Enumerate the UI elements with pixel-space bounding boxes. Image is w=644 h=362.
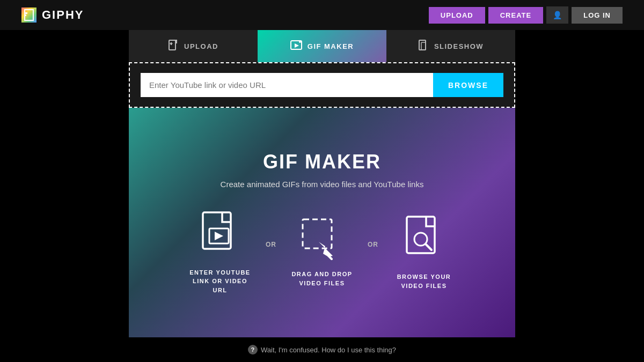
- logo-icon-inner: [24, 9, 34, 21]
- svg-rect-10: [303, 219, 332, 248]
- logo-icon: [21, 8, 36, 23]
- gif-maker-title: GIF MAKER: [263, 151, 381, 173]
- slideshow-tab-icon: [418, 39, 429, 54]
- browse-icon: [402, 215, 445, 263]
- help-bar: ? Wait, I'm confused. How do I use this …: [0, 337, 644, 362]
- gif-option-youtube: ENTER YOUTUBE LINK OR VIDEO URL: [185, 210, 255, 295]
- gif-options: ENTER YOUTUBE LINK OR VIDEO URL OR DRAG …: [185, 210, 459, 295]
- tab-slideshow[interactable]: SLIDESHOW: [386, 30, 515, 62]
- drag-drop-option-label: DRAG AND DROP VIDEO FILES: [287, 270, 357, 287]
- tab-upload[interactable]: UPLOAD: [129, 30, 258, 62]
- browse-option-label: BROWSE YOUR VIDEO FILES: [389, 272, 459, 290]
- or-text-2: OR: [368, 241, 378, 248]
- gif-maker-tab-icon: [290, 40, 302, 53]
- tabs: UPLOAD GIF MAKER SLIDESHOW: [129, 30, 515, 62]
- url-bar-wrapper: BROWSE: [129, 62, 515, 108]
- help-icon: ?: [248, 345, 258, 354]
- tab-gif-maker-label: GIF MAKER: [308, 42, 354, 50]
- url-input[interactable]: [141, 73, 433, 97]
- svg-line-15: [426, 244, 431, 250]
- youtube-link-icon: [199, 210, 241, 258]
- login-button[interactable]: LOG IN: [572, 7, 623, 24]
- main-content: UPLOAD GIF MAKER SLIDESHOW: [129, 30, 515, 337]
- gif-maker-subtitle: Create animated GIFs from video files an…: [221, 180, 424, 189]
- browse-button[interactable]: BROWSE: [433, 73, 503, 97]
- user-icon-button[interactable]: 👤: [546, 6, 568, 24]
- svg-rect-0: [169, 40, 175, 50]
- svg-marker-9: [215, 232, 223, 240]
- url-bar: BROWSE: [141, 73, 503, 97]
- drag-drop-icon: [301, 217, 343, 260]
- create-button[interactable]: CREATE: [488, 7, 543, 24]
- header-actions: UPLOAD CREATE 👤 LOG IN: [429, 6, 623, 24]
- svg-marker-3: [295, 43, 299, 48]
- svg-rect-6: [421, 42, 426, 50]
- help-link[interactable]: ? Wait, I'm confused. How do I use this …: [248, 345, 396, 354]
- gif-option-browse: BROWSE YOUR VIDEO FILES: [389, 215, 459, 290]
- logo-text: GIPHY: [42, 8, 84, 22]
- svg-line-12: [328, 256, 332, 259]
- svg-point-4: [299, 41, 301, 43]
- tab-upload-label: UPLOAD: [184, 42, 218, 50]
- tab-slideshow-label: SLIDESHOW: [434, 42, 484, 50]
- upload-tab-icon: [168, 39, 179, 54]
- gif-option-drag-drop: DRAG AND DROP VIDEO FILES: [287, 217, 357, 287]
- tab-gif-maker[interactable]: GIF MAKER: [258, 30, 386, 62]
- svg-marker-11: [319, 242, 333, 257]
- header: GIPHY UPLOAD CREATE 👤 LOG IN: [0, 0, 644, 30]
- gif-maker-section: GIF MAKER Create animated GIFs from vide…: [129, 108, 515, 337]
- svg-rect-5: [419, 40, 426, 50]
- youtube-option-label: ENTER YOUTUBE LINK OR VIDEO URL: [185, 268, 255, 295]
- help-label: Wait, I'm confused. How do I use this th…: [261, 346, 396, 354]
- upload-button[interactable]: UPLOAD: [429, 7, 485, 24]
- logo: GIPHY: [21, 8, 84, 23]
- or-text-1: OR: [266, 241, 276, 248]
